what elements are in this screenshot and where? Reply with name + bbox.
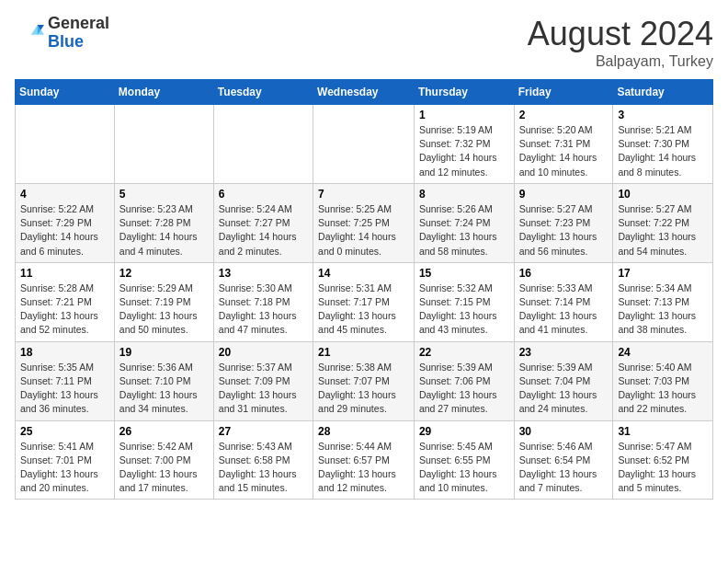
table-row: 1Sunrise: 5:19 AM Sunset: 7:32 PM Daylig…	[414, 105, 514, 184]
day-number: 31	[618, 425, 708, 438]
day-info: Sunrise: 5:40 AM Sunset: 7:03 PM Dayligh…	[618, 361, 708, 417]
logo: General Blue	[15, 15, 109, 52]
day-info: Sunrise: 5:39 AM Sunset: 7:04 PM Dayligh…	[519, 361, 609, 417]
table-row: 7Sunrise: 5:25 AM Sunset: 7:25 PM Daylig…	[313, 183, 415, 262]
table-row: 18Sunrise: 5:35 AM Sunset: 7:11 PM Dayli…	[16, 341, 115, 420]
col-wednesday: Wednesday	[313, 80, 415, 105]
table-row: 12Sunrise: 5:29 AM Sunset: 7:19 PM Dayli…	[114, 262, 213, 341]
day-info: Sunrise: 5:38 AM Sunset: 7:07 PM Dayligh…	[318, 361, 409, 417]
day-info: Sunrise: 5:46 AM Sunset: 6:54 PM Dayligh…	[519, 440, 609, 496]
table-row: 5Sunrise: 5:23 AM Sunset: 7:28 PM Daylig…	[114, 183, 213, 262]
col-sunday: Sunday	[16, 80, 115, 105]
day-number: 11	[20, 267, 109, 280]
table-row: 8Sunrise: 5:26 AM Sunset: 7:24 PM Daylig…	[414, 183, 514, 262]
day-info: Sunrise: 5:43 AM Sunset: 6:58 PM Dayligh…	[219, 440, 308, 496]
day-info: Sunrise: 5:28 AM Sunset: 7:21 PM Dayligh…	[20, 282, 109, 338]
table-row: 21Sunrise: 5:38 AM Sunset: 7:07 PM Dayli…	[313, 341, 415, 420]
day-number: 3	[618, 109, 708, 121]
table-row: 13Sunrise: 5:30 AM Sunset: 7:18 PM Dayli…	[213, 262, 313, 341]
day-number: 28	[318, 425, 409, 438]
calendar-header-row: Sunday Monday Tuesday Wednesday Thursday…	[16, 80, 713, 105]
day-info: Sunrise: 5:20 AM Sunset: 7:31 PM Dayligh…	[519, 123, 609, 179]
day-number: 14	[318, 267, 409, 280]
day-info: Sunrise: 5:21 AM Sunset: 7:30 PM Dayligh…	[618, 123, 708, 179]
day-info: Sunrise: 5:37 AM Sunset: 7:09 PM Dayligh…	[219, 361, 308, 417]
table-row: 9Sunrise: 5:27 AM Sunset: 7:23 PM Daylig…	[514, 183, 613, 262]
calendar-week-row: 1Sunrise: 5:19 AM Sunset: 7:32 PM Daylig…	[16, 105, 713, 184]
day-info: Sunrise: 5:42 AM Sunset: 7:00 PM Dayligh…	[119, 440, 209, 496]
table-row: 28Sunrise: 5:44 AM Sunset: 6:57 PM Dayli…	[313, 420, 415, 500]
table-row: 30Sunrise: 5:46 AM Sunset: 6:54 PM Dayli…	[514, 420, 613, 500]
table-row: 14Sunrise: 5:31 AM Sunset: 7:17 PM Dayli…	[313, 262, 415, 341]
day-number: 18	[20, 346, 109, 359]
day-info: Sunrise: 5:19 AM Sunset: 7:32 PM Dayligh…	[419, 123, 509, 179]
table-row: 24Sunrise: 5:40 AM Sunset: 7:03 PM Dayli…	[613, 341, 713, 420]
day-number: 25	[20, 425, 109, 438]
table-row: 20Sunrise: 5:37 AM Sunset: 7:09 PM Dayli…	[213, 341, 313, 420]
day-number: 27	[219, 425, 308, 438]
page-header: General Blue August 2024 Balpayam, Turke…	[15, 15, 713, 70]
col-monday: Monday	[114, 80, 213, 105]
day-number: 21	[318, 346, 409, 359]
day-info: Sunrise: 5:33 AM Sunset: 7:14 PM Dayligh…	[519, 282, 609, 338]
day-number: 6	[219, 188, 308, 201]
day-info: Sunrise: 5:36 AM Sunset: 7:10 PM Dayligh…	[119, 361, 209, 417]
day-number: 1	[419, 109, 509, 121]
day-info: Sunrise: 5:39 AM Sunset: 7:06 PM Dayligh…	[419, 361, 509, 417]
table-row: 2Sunrise: 5:20 AM Sunset: 7:31 PM Daylig…	[514, 105, 613, 184]
day-info: Sunrise: 5:34 AM Sunset: 7:13 PM Dayligh…	[618, 282, 708, 338]
day-info: Sunrise: 5:23 AM Sunset: 7:28 PM Dayligh…	[119, 202, 209, 259]
day-info: Sunrise: 5:41 AM Sunset: 7:01 PM Dayligh…	[20, 440, 109, 496]
calendar-week-row: 4Sunrise: 5:22 AM Sunset: 7:29 PM Daylig…	[16, 183, 713, 262]
col-friday: Friday	[514, 80, 613, 105]
table-row: 26Sunrise: 5:42 AM Sunset: 7:00 PM Dayli…	[114, 420, 213, 500]
day-info: Sunrise: 5:24 AM Sunset: 7:27 PM Dayligh…	[219, 202, 308, 259]
table-row: 10Sunrise: 5:27 AM Sunset: 7:22 PM Dayli…	[613, 183, 713, 262]
day-number: 15	[419, 267, 509, 280]
day-number: 16	[519, 267, 609, 280]
day-info: Sunrise: 5:29 AM Sunset: 7:19 PM Dayligh…	[119, 282, 209, 338]
calendar-table: Sunday Monday Tuesday Wednesday Thursday…	[15, 79, 713, 500]
day-number: 24	[618, 346, 708, 359]
day-info: Sunrise: 5:30 AM Sunset: 7:18 PM Dayligh…	[219, 282, 308, 338]
calendar-week-row: 25Sunrise: 5:41 AM Sunset: 7:01 PM Dayli…	[16, 420, 713, 500]
day-info: Sunrise: 5:22 AM Sunset: 7:29 PM Dayligh…	[20, 202, 109, 259]
table-row: 23Sunrise: 5:39 AM Sunset: 7:04 PM Dayli…	[514, 341, 613, 420]
table-row: 4Sunrise: 5:22 AM Sunset: 7:29 PM Daylig…	[16, 183, 115, 262]
day-info: Sunrise: 5:35 AM Sunset: 7:11 PM Dayligh…	[20, 361, 109, 417]
day-number: 7	[318, 188, 409, 201]
table-row: 27Sunrise: 5:43 AM Sunset: 6:58 PM Dayli…	[213, 420, 313, 500]
day-number: 30	[519, 425, 609, 438]
table-row	[16, 105, 115, 184]
day-number: 29	[419, 425, 509, 438]
table-row	[213, 105, 313, 184]
table-row: 16Sunrise: 5:33 AM Sunset: 7:14 PM Dayli…	[514, 262, 613, 341]
table-row: 25Sunrise: 5:41 AM Sunset: 7:01 PM Dayli…	[16, 420, 115, 500]
table-row: 19Sunrise: 5:36 AM Sunset: 7:10 PM Dayli…	[114, 341, 213, 420]
day-info: Sunrise: 5:25 AM Sunset: 7:25 PM Dayligh…	[318, 202, 409, 259]
day-number: 10	[618, 188, 708, 201]
col-saturday: Saturday	[613, 80, 713, 105]
table-row: 17Sunrise: 5:34 AM Sunset: 7:13 PM Dayli…	[613, 262, 713, 341]
day-number: 9	[519, 188, 609, 201]
day-number: 26	[119, 425, 209, 438]
day-info: Sunrise: 5:27 AM Sunset: 7:22 PM Dayligh…	[618, 202, 708, 259]
table-row: 11Sunrise: 5:28 AM Sunset: 7:21 PM Dayli…	[16, 262, 115, 341]
table-row	[114, 105, 213, 184]
day-number: 5	[119, 188, 209, 201]
day-number: 12	[119, 267, 209, 280]
day-info: Sunrise: 5:32 AM Sunset: 7:15 PM Dayligh…	[419, 282, 509, 338]
table-row: 31Sunrise: 5:47 AM Sunset: 6:52 PM Dayli…	[613, 420, 713, 500]
logo-icon	[15, 18, 44, 48]
table-row: 22Sunrise: 5:39 AM Sunset: 7:06 PM Dayli…	[414, 341, 514, 420]
day-number: 19	[119, 346, 209, 359]
logo-general-text: General	[48, 15, 109, 33]
day-number: 22	[419, 346, 509, 359]
day-info: Sunrise: 5:27 AM Sunset: 7:23 PM Dayligh…	[519, 202, 609, 259]
location-title: Balpayam, Turkey	[528, 53, 713, 70]
day-info: Sunrise: 5:26 AM Sunset: 7:24 PM Dayligh…	[419, 202, 509, 259]
day-number: 4	[20, 188, 109, 201]
table-row: 3Sunrise: 5:21 AM Sunset: 7:30 PM Daylig…	[613, 105, 713, 184]
calendar-week-row: 18Sunrise: 5:35 AM Sunset: 7:11 PM Dayli…	[16, 341, 713, 420]
day-number: 13	[219, 267, 308, 280]
